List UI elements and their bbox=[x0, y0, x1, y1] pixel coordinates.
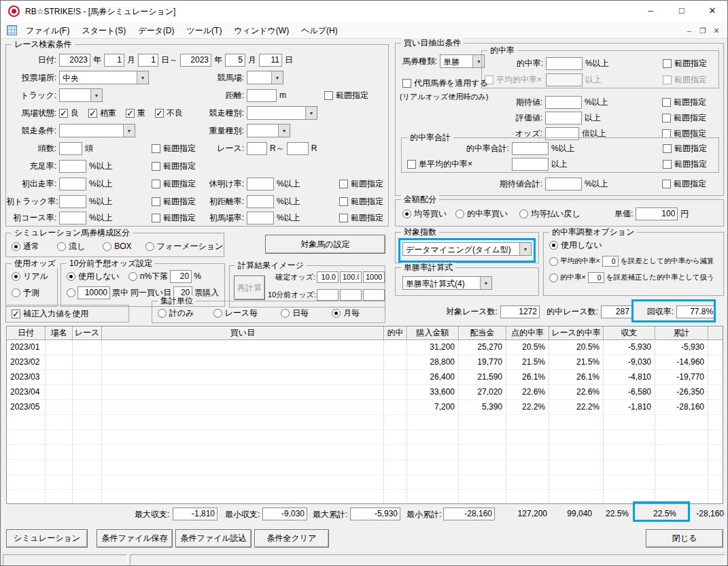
radio-per-month[interactable]: 月毎 bbox=[332, 307, 360, 319]
fixed-odds-1-input[interactable] bbox=[317, 271, 339, 283]
baba-slightly-heavy-checkbox[interactable]: 稍重 bbox=[88, 107, 116, 119]
menu-file[interactable]: ファイル(F) bbox=[20, 22, 75, 39]
baba-heavy-checkbox[interactable]: 重 bbox=[126, 107, 145, 119]
baba-bad-checkbox[interactable]: 不良 bbox=[155, 107, 183, 119]
race-type-combo[interactable] bbox=[247, 106, 317, 120]
adjust-hit-input[interactable] bbox=[588, 272, 604, 283]
range-checkbox[interactable]: 範囲指定 bbox=[662, 178, 706, 190]
track-combo[interactable] bbox=[59, 88, 103, 102]
radio-equal-buy[interactable]: 均等買い bbox=[402, 208, 447, 220]
pre10-odds-3-input[interactable] bbox=[363, 289, 385, 301]
col-header-payout[interactable]: 配当金 bbox=[459, 327, 506, 340]
radio-real-odds[interactable]: リアル bbox=[12, 271, 48, 282]
radio-adjust-none[interactable]: 使用しない bbox=[549, 239, 602, 251]
fixed-odds-2-input[interactable] bbox=[340, 271, 362, 283]
range-checkbox[interactable]: 範囲指定 bbox=[152, 212, 196, 224]
range-checkbox[interactable]: 範囲指定 bbox=[152, 178, 196, 190]
table-row[interactable]: 2023/0228,80019,77021.5%21.5%-9,030-14,9… bbox=[7, 355, 723, 370]
first-dist-input[interactable] bbox=[247, 195, 274, 208]
radio-pre-odds-drop[interactable]: n%下落 bbox=[128, 271, 168, 282]
rest-rate-input[interactable] bbox=[247, 178, 274, 190]
range-checkbox[interactable]: 範囲指定 bbox=[152, 161, 196, 172]
radio-hit-rate-buy[interactable]: 的中率買い bbox=[455, 208, 508, 220]
clear-condition-button[interactable]: 条件全クリア bbox=[254, 529, 329, 548]
radio-nagashi[interactable]: 流し bbox=[57, 241, 85, 252]
adjust-avg-input[interactable] bbox=[602, 256, 619, 267]
expect-total-input[interactable] bbox=[545, 178, 582, 190]
date-month-from-input[interactable] bbox=[104, 54, 124, 67]
radio-formation[interactable]: フォーメーション bbox=[145, 241, 224, 252]
avg-hit-rate-checkbox[interactable]: 平均的中率× bbox=[485, 74, 543, 86]
range-checkbox[interactable]: 範囲指定 bbox=[324, 90, 368, 101]
menu-data[interactable]: データ(D) bbox=[132, 22, 180, 39]
dropdown-arrow-icon[interactable] bbox=[271, 71, 283, 84]
recalc-button[interactable]: 再計算 bbox=[234, 276, 265, 300]
menu-tool[interactable]: ツール(T) bbox=[181, 22, 228, 39]
radio-equal-payout[interactable]: 均等払い戻し bbox=[519, 208, 580, 220]
range-checkbox[interactable]: 範囲指定 bbox=[662, 97, 706, 108]
mdi-minimize-icon[interactable]: – bbox=[683, 25, 695, 37]
load-condition-button[interactable]: 条件ファイル読込 bbox=[175, 529, 252, 548]
dropdown-arrow-icon[interactable] bbox=[123, 124, 135, 137]
first-track-input[interactable] bbox=[59, 195, 86, 208]
pre10-odds-1-input[interactable] bbox=[317, 289, 339, 301]
col-header-place[interactable]: 場名 bbox=[46, 327, 73, 340]
date-day-from-input[interactable] bbox=[138, 54, 158, 67]
radio-per-race[interactable]: レース毎 bbox=[213, 307, 258, 319]
col-header-hit[interactable]: 的中 bbox=[384, 327, 407, 340]
baba-good-checkbox[interactable]: 良 bbox=[59, 107, 79, 119]
date-day-to-input[interactable] bbox=[259, 54, 282, 67]
single-avg-checkbox[interactable]: 単平均的中率× bbox=[407, 159, 509, 170]
range-checkbox[interactable]: 範囲指定 bbox=[339, 196, 383, 207]
range-checkbox[interactable]: 範囲指定 bbox=[339, 212, 383, 224]
close-dialog-button[interactable]: 閉じる bbox=[646, 529, 723, 548]
radio-per-day[interactable]: 日毎 bbox=[281, 307, 309, 319]
race-cond-combo[interactable] bbox=[59, 124, 135, 137]
close-button[interactable]: ✕ bbox=[697, 1, 728, 22]
first-course-input[interactable] bbox=[59, 212, 86, 224]
radio-normal[interactable]: 通常 bbox=[12, 241, 39, 252]
correction-checkbox[interactable]: 補正入力値を使用 bbox=[12, 308, 88, 320]
votes-input[interactable] bbox=[77, 286, 110, 299]
range-checkbox[interactable]: 範囲指定 bbox=[663, 74, 707, 86]
child-window-icon[interactable] bbox=[7, 25, 17, 35]
race-from-input[interactable] bbox=[247, 142, 267, 155]
distance-input[interactable] bbox=[247, 89, 277, 102]
heads-input[interactable] bbox=[59, 142, 82, 155]
range-checkbox[interactable]: 範囲指定 bbox=[152, 143, 196, 154]
mdi-close-icon[interactable]: ✕ bbox=[710, 25, 723, 37]
radio-pre-odds-none[interactable]: 使用しない bbox=[67, 271, 120, 282]
radio-adjust-avg[interactable]: 平均的中率× bbox=[549, 256, 600, 266]
substitute-checkbox[interactable]: 代用馬券を適用する bbox=[402, 78, 488, 89]
table-row[interactable]: 2023/057,2005,39022.2%22.2%-1,810-28,160 bbox=[7, 400, 723, 415]
expect-input[interactable] bbox=[545, 96, 582, 109]
col-header-point-rate[interactable]: 点的中率 bbox=[506, 327, 549, 340]
range-checkbox[interactable]: 範囲指定 bbox=[663, 143, 707, 154]
minimize-button[interactable]: – bbox=[635, 1, 666, 22]
ticket-type-combo[interactable]: 単勝 bbox=[440, 54, 485, 68]
table-row[interactable]: 2023/0433,60027,02022.6%22.6%-6,580-26,3… bbox=[7, 385, 723, 400]
date-year-from-input[interactable] bbox=[59, 54, 90, 67]
menu-start[interactable]: スタート(S) bbox=[75, 22, 132, 39]
col-header-bet[interactable]: 買い目 bbox=[102, 327, 384, 340]
hit-total-input[interactable] bbox=[512, 142, 549, 155]
range-checkbox[interactable]: 範囲指定 bbox=[152, 196, 196, 207]
dropdown-arrow-icon[interactable] bbox=[278, 124, 290, 137]
target-horse-button[interactable]: 対象馬の設定 bbox=[265, 235, 385, 254]
col-header-purchase[interactable]: 購入金額 bbox=[407, 327, 459, 340]
col-header-race[interactable]: レース bbox=[73, 327, 102, 340]
race-to-input[interactable] bbox=[287, 142, 309, 155]
unit-price-input[interactable] bbox=[636, 207, 678, 220]
place-combo[interactable]: 中央 bbox=[59, 71, 149, 84]
col-header-date[interactable]: 日付 bbox=[7, 327, 46, 340]
menu-window[interactable]: ウィンドウ(W) bbox=[228, 22, 295, 39]
date-year-to-input[interactable] bbox=[180, 54, 211, 67]
fill-rate-input[interactable] bbox=[59, 160, 86, 173]
range-checkbox[interactable]: 範囲指定 bbox=[339, 178, 383, 190]
radio-total-only[interactable]: 計のみ bbox=[158, 307, 194, 319]
single-avg-input[interactable] bbox=[512, 158, 549, 171]
first-baba-input[interactable] bbox=[247, 212, 274, 224]
col-header-balance[interactable]: 収支 bbox=[604, 327, 655, 340]
avg-hit-rate-input[interactable] bbox=[546, 73, 583, 86]
radio-box[interactable]: BOX bbox=[103, 242, 131, 251]
